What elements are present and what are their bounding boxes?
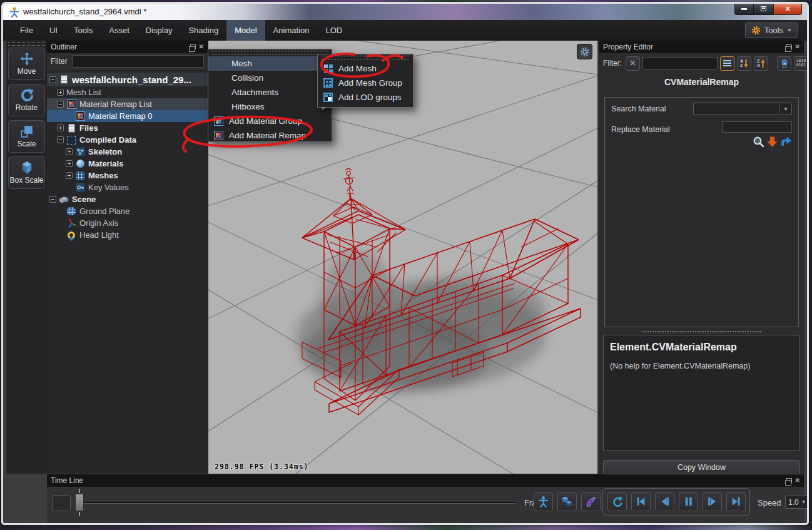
menu-lod[interactable]: LOD: [317, 20, 350, 41]
menu-tearoff-handle[interactable]: [322, 56, 409, 59]
tree-item-material-remap-list[interactable]: Material Remap List: [47, 98, 208, 110]
expand-icon[interactable]: [66, 160, 73, 167]
menu-tools[interactable]: Tools: [66, 20, 101, 41]
menu-item-attachments[interactable]: Attachments ▶: [208, 85, 332, 99]
material-remap-icon: [76, 111, 85, 121]
app-icon: [9, 6, 20, 18]
maximize-button[interactable]: [754, 3, 773, 15]
tree-item-head-light[interactable]: Head Light: [47, 229, 208, 241]
close-button[interactable]: ✕: [773, 3, 802, 15]
box-scale-tool-button[interactable]: Box Scale: [8, 156, 45, 189]
move-tool-button[interactable]: Move: [8, 48, 45, 80]
step-forward-button[interactable]: [703, 492, 722, 511]
speed-dropdown[interactable]: 1.0 ▼: [785, 496, 809, 509]
minimize-button[interactable]: [734, 3, 754, 15]
menu-item-add-mesh-group[interactable]: Add Mesh Group: [318, 76, 413, 90]
expand-icon[interactable]: [66, 148, 73, 155]
list-view-button[interactable]: [720, 56, 734, 71]
tree-item-files[interactable]: Files: [47, 122, 208, 134]
menu-item-mesh[interactable]: Mesh ▶: [208, 56, 332, 71]
show-cloth-button[interactable]: [581, 492, 601, 511]
menu-item-add-lod-groups[interactable]: Add LOD groups: [318, 90, 413, 104]
panel-splitter[interactable]: [604, 330, 799, 334]
collapse-icon[interactable]: [57, 101, 64, 108]
cloth-icon: [585, 496, 597, 507]
outliner-filter-input[interactable]: [73, 55, 204, 68]
tree-item-mesh-list[interactable]: Mesh List: [47, 86, 208, 98]
tree-item-material-remap-0[interactable]: Material Remap 0: [47, 110, 208, 122]
menu-item-add-material-remap[interactable]: Add Material Remap: [208, 128, 332, 143]
tree-item-meshes[interactable]: Meshes: [47, 170, 208, 181]
tree-item-origin-axis[interactable]: Origin Axis: [47, 217, 208, 229]
expand-icon[interactable]: [66, 172, 73, 179]
menu-tearoff-handle[interactable]: [212, 51, 328, 54]
close-panel-icon[interactable]: ✕: [199, 44, 204, 50]
menu-item-hitboxes[interactable]: Hitboxes ▶: [208, 99, 332, 114]
tool-column: Move Rotate Scale: [6, 41, 47, 474]
pause-icon: [683, 496, 694, 507]
show-physics-button[interactable]: [557, 492, 577, 511]
collapse-icon[interactable]: [57, 136, 64, 143]
viewport-settings-button[interactable]: [577, 44, 592, 59]
step-back-button[interactable]: [655, 492, 674, 511]
pause-button[interactable]: [679, 492, 698, 511]
frame-value-box[interactable]: [52, 495, 71, 511]
timeline-title: Time Line: [51, 476, 83, 485]
pe-filter-input[interactable]: [642, 57, 718, 69]
toolbar-grip[interactable]: [8, 43, 45, 46]
replace-material-input[interactable]: [722, 121, 792, 133]
menu-asset[interactable]: Asset: [101, 20, 138, 41]
tree-item-root[interactable]: westfallchurch_stand_29...: [47, 73, 208, 86]
menu-ui[interactable]: UI: [41, 20, 66, 41]
timeline-slider-track[interactable]: [84, 502, 515, 504]
redirect-arrow-icon[interactable]: [780, 136, 792, 148]
tree-item-compiled-data[interactable]: Compiled Data: [47, 134, 208, 146]
compiled-data-icon: [67, 136, 76, 145]
menu-item-add-mesh[interactable]: Add Mesh: [318, 61, 413, 76]
menu-item-add-material-group[interactable]: Add Material Group: [208, 114, 332, 128]
collapse-icon[interactable]: [49, 76, 56, 83]
rotate-tool-button[interactable]: Rotate: [8, 84, 45, 116]
expand-icon[interactable]: [57, 125, 64, 131]
material-remap-icon: [67, 99, 76, 109]
go-to-end-button[interactable]: [726, 492, 746, 511]
inspect-button[interactable]: [777, 56, 791, 71]
tools-dropdown-button[interactable]: Tools ▼: [745, 23, 798, 38]
search-material-icon[interactable]: [753, 136, 764, 148]
close-panel-icon[interactable]: ✕: [795, 477, 800, 484]
menu-animation[interactable]: Animation: [265, 20, 318, 41]
copy-window-button[interactable]: Copy Window: [603, 460, 800, 474]
float-panel-icon[interactable]: [786, 478, 792, 483]
menu-file[interactable]: File: [12, 20, 41, 41]
close-panel-icon[interactable]: ✕: [795, 44, 800, 50]
tree-item-materials[interactable]: Materials: [47, 158, 208, 170]
show-skeleton-button[interactable]: [534, 492, 553, 511]
expand-icon[interactable]: [57, 89, 64, 96]
outliner-tree: westfallchurch_stand_29... Mesh List Mat…: [47, 71, 208, 474]
scale-tool-button[interactable]: Scale: [8, 120, 45, 153]
binary-view-button[interactable]: 10100101: [794, 56, 808, 71]
timeline-title-bar: Time Line ✕: [47, 474, 804, 487]
search-material-dropdown[interactable]: ▼: [693, 103, 792, 115]
menu-item-collision[interactable]: Collision ▶: [208, 71, 332, 85]
sort-az-button[interactable]: AZ: [737, 56, 751, 71]
go-to-start-button[interactable]: [631, 492, 651, 511]
float-panel-icon[interactable]: [786, 44, 792, 49]
float-panel-icon[interactable]: [190, 44, 196, 49]
tree-item-skeleton[interactable]: Skeleton: [47, 146, 208, 158]
menu-display[interactable]: Display: [138, 20, 181, 41]
apply-down-icon[interactable]: [766, 136, 778, 148]
tree-item-ground-plane[interactable]: Ground Plane: [47, 205, 208, 217]
loop-playback-button[interactable]: [607, 492, 627, 511]
collapse-icon[interactable]: [49, 196, 56, 203]
clear-filter-button[interactable]: ✕: [626, 56, 640, 71]
speed-label: Speed: [758, 498, 781, 507]
tree-item-scene[interactable]: Scene: [47, 193, 208, 205]
tree-item-key-values[interactable]: Key Values: [47, 181, 208, 193]
document-icon: [68, 124, 75, 133]
sort-za-button[interactable]: ZA: [754, 56, 768, 71]
menu-shading[interactable]: Shading: [180, 20, 226, 41]
timeline-slider-handle[interactable]: [75, 494, 84, 511]
move-tool-label: Move: [18, 67, 36, 76]
menu-model[interactable]: Model: [226, 20, 265, 41]
